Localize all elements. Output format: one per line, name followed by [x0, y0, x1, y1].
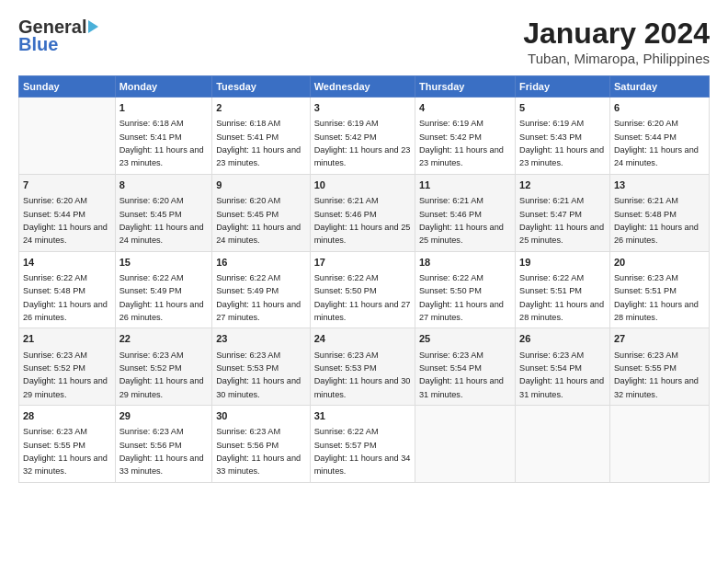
day-cell: 11Sunrise: 6:21 AMSunset: 5:46 PMDayligh…	[415, 174, 515, 251]
day-number: 7	[23, 178, 111, 192]
cell-info: Sunrise: 6:19 AMSunset: 5:42 PMDaylight:…	[419, 119, 504, 167]
day-number: 4	[419, 101, 511, 115]
day-cell: 4Sunrise: 6:19 AMSunset: 5:42 PMDaylight…	[415, 98, 515, 175]
day-number: 16	[216, 256, 306, 270]
col-tuesday: Tuesday	[212, 76, 311, 98]
day-number: 10	[314, 178, 411, 192]
day-cell	[19, 98, 116, 175]
col-wednesday: Wednesday	[310, 76, 415, 98]
day-cell: 28Sunrise: 6:23 AMSunset: 5:55 PMDayligh…	[19, 406, 116, 483]
cell-info: Sunrise: 6:23 AMSunset: 5:52 PMDaylight:…	[119, 350, 204, 399]
day-cell: 5Sunrise: 6:19 AMSunset: 5:43 PMDaylight…	[516, 98, 610, 175]
cell-info: Sunrise: 6:22 AMSunset: 5:49 PMDaylight:…	[119, 273, 204, 322]
cell-info: Sunrise: 6:22 AMSunset: 5:50 PMDaylight:…	[314, 273, 411, 322]
logo: General Blue	[18, 17, 98, 55]
day-number: 5	[519, 101, 606, 115]
week-row-0: 1Sunrise: 6:18 AMSunset: 5:41 PMDaylight…	[19, 98, 710, 175]
day-number: 26	[519, 332, 606, 346]
cell-info: Sunrise: 6:23 AMSunset: 5:54 PMDaylight:…	[519, 350, 604, 399]
day-cell: 19Sunrise: 6:22 AMSunset: 5:51 PMDayligh…	[516, 251, 610, 328]
day-cell: 6Sunrise: 6:20 AMSunset: 5:44 PMDaylight…	[609, 98, 709, 175]
day-cell: 31Sunrise: 6:22 AMSunset: 5:57 PMDayligh…	[310, 406, 415, 483]
title-block: January 2024 Tuban, Mimaropa, Philippine…	[523, 17, 710, 66]
week-row-4: 28Sunrise: 6:23 AMSunset: 5:55 PMDayligh…	[19, 406, 710, 483]
day-number: 2	[216, 101, 306, 115]
day-cell: 7Sunrise: 6:20 AMSunset: 5:44 PMDaylight…	[19, 174, 116, 251]
cell-info: Sunrise: 6:22 AMSunset: 5:51 PMDaylight:…	[519, 273, 604, 322]
cell-info: Sunrise: 6:23 AMSunset: 5:56 PMDaylight:…	[216, 427, 301, 476]
day-number: 22	[119, 332, 209, 346]
cell-info: Sunrise: 6:22 AMSunset: 5:50 PMDaylight:…	[419, 273, 504, 322]
day-cell: 15Sunrise: 6:22 AMSunset: 5:49 PMDayligh…	[115, 251, 212, 328]
day-number: 27	[614, 332, 705, 346]
day-number: 24	[314, 332, 411, 346]
day-number: 23	[216, 332, 306, 346]
day-cell: 25Sunrise: 6:23 AMSunset: 5:54 PMDayligh…	[415, 328, 515, 406]
day-number: 20	[614, 256, 705, 270]
col-thursday: Thursday	[415, 76, 515, 98]
day-cell: 27Sunrise: 6:23 AMSunset: 5:55 PMDayligh…	[609, 328, 709, 406]
day-number: 1	[119, 101, 209, 115]
cell-info: Sunrise: 6:23 AMSunset: 5:51 PMDaylight:…	[614, 273, 699, 322]
day-cell: 1Sunrise: 6:18 AMSunset: 5:41 PMDaylight…	[115, 98, 212, 175]
day-number: 11	[419, 178, 511, 192]
day-cell: 23Sunrise: 6:23 AMSunset: 5:53 PMDayligh…	[212, 328, 311, 406]
day-number: 8	[119, 178, 209, 192]
day-number: 28	[23, 409, 111, 423]
day-number: 13	[614, 178, 705, 192]
cell-info: Sunrise: 6:21 AMSunset: 5:48 PMDaylight:…	[614, 196, 699, 245]
day-cell: 17Sunrise: 6:22 AMSunset: 5:50 PMDayligh…	[310, 251, 415, 328]
day-cell: 29Sunrise: 6:23 AMSunset: 5:56 PMDayligh…	[115, 406, 212, 483]
day-number: 17	[314, 256, 411, 270]
cell-info: Sunrise: 6:19 AMSunset: 5:42 PMDaylight:…	[314, 119, 411, 167]
cell-info: Sunrise: 6:19 AMSunset: 5:43 PMDaylight:…	[519, 119, 604, 167]
logo-blue: Blue	[18, 34, 58, 55]
day-cell: 3Sunrise: 6:19 AMSunset: 5:42 PMDaylight…	[310, 98, 415, 175]
day-cell: 12Sunrise: 6:21 AMSunset: 5:47 PMDayligh…	[516, 174, 610, 251]
day-number: 29	[119, 409, 209, 423]
calendar-title: January 2024	[523, 17, 710, 51]
day-cell: 30Sunrise: 6:23 AMSunset: 5:56 PMDayligh…	[212, 406, 311, 483]
cell-info: Sunrise: 6:21 AMSunset: 5:46 PMDaylight:…	[419, 196, 504, 245]
day-number: 21	[23, 332, 111, 346]
page: General Blue January 2024 Tuban, Mimarop…	[0, 0, 728, 563]
day-number: 18	[419, 256, 511, 270]
logo-arrow-icon	[88, 20, 98, 33]
cell-info: Sunrise: 6:23 AMSunset: 5:56 PMDaylight:…	[119, 427, 204, 476]
header: General Blue January 2024 Tuban, Mimarop…	[18, 17, 710, 66]
day-cell: 21Sunrise: 6:23 AMSunset: 5:52 PMDayligh…	[19, 328, 116, 406]
calendar-subtitle: Tuban, Mimaropa, Philippines	[523, 51, 710, 66]
day-number: 15	[119, 256, 209, 270]
col-friday: Friday	[516, 76, 610, 98]
cell-info: Sunrise: 6:18 AMSunset: 5:41 PMDaylight:…	[119, 119, 204, 167]
cell-info: Sunrise: 6:23 AMSunset: 5:55 PMDaylight:…	[23, 427, 108, 476]
col-monday: Monday	[115, 76, 212, 98]
day-cell: 13Sunrise: 6:21 AMSunset: 5:48 PMDayligh…	[609, 174, 709, 251]
col-saturday: Saturday	[609, 76, 709, 98]
cell-info: Sunrise: 6:22 AMSunset: 5:48 PMDaylight:…	[23, 273, 108, 322]
week-row-2: 14Sunrise: 6:22 AMSunset: 5:48 PMDayligh…	[19, 251, 710, 328]
week-row-1: 7Sunrise: 6:20 AMSunset: 5:44 PMDaylight…	[19, 174, 710, 251]
cell-info: Sunrise: 6:23 AMSunset: 5:53 PMDaylight:…	[314, 350, 411, 399]
cell-info: Sunrise: 6:22 AMSunset: 5:57 PMDaylight:…	[314, 427, 411, 476]
day-cell: 26Sunrise: 6:23 AMSunset: 5:54 PMDayligh…	[516, 328, 610, 406]
day-number: 6	[614, 101, 705, 115]
day-cell: 24Sunrise: 6:23 AMSunset: 5:53 PMDayligh…	[310, 328, 415, 406]
day-number: 3	[314, 101, 411, 115]
cell-info: Sunrise: 6:22 AMSunset: 5:49 PMDaylight:…	[216, 273, 301, 322]
day-cell: 9Sunrise: 6:20 AMSunset: 5:45 PMDaylight…	[212, 174, 311, 251]
day-cell: 14Sunrise: 6:22 AMSunset: 5:48 PMDayligh…	[19, 251, 116, 328]
cell-info: Sunrise: 6:18 AMSunset: 5:41 PMDaylight:…	[216, 119, 301, 167]
calendar-table: Sunday Monday Tuesday Wednesday Thursday…	[18, 75, 710, 483]
day-number: 25	[419, 332, 511, 346]
header-row: Sunday Monday Tuesday Wednesday Thursday…	[19, 76, 710, 98]
cell-info: Sunrise: 6:20 AMSunset: 5:44 PMDaylight:…	[23, 196, 108, 245]
cell-info: Sunrise: 6:23 AMSunset: 5:54 PMDaylight:…	[419, 350, 504, 399]
cell-info: Sunrise: 6:21 AMSunset: 5:46 PMDaylight:…	[314, 196, 411, 245]
day-cell	[415, 406, 515, 483]
cell-info: Sunrise: 6:23 AMSunset: 5:53 PMDaylight:…	[216, 350, 301, 399]
day-number: 12	[519, 178, 606, 192]
day-cell	[516, 406, 610, 483]
cell-info: Sunrise: 6:20 AMSunset: 5:44 PMDaylight:…	[614, 119, 699, 167]
day-cell: 18Sunrise: 6:22 AMSunset: 5:50 PMDayligh…	[415, 251, 515, 328]
